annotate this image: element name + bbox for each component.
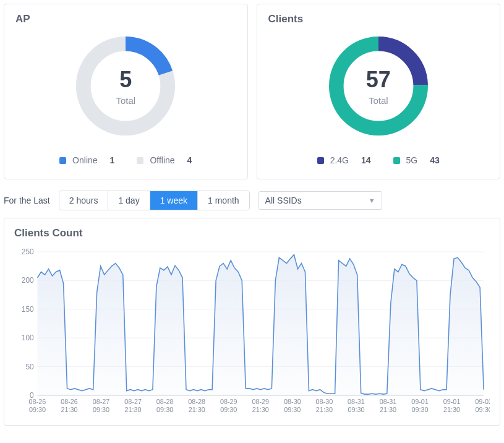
clients-legend-24g: 2.4G 14 bbox=[317, 155, 371, 165]
ap-card: AP 5 Total Online 1 Offline 4 bbox=[4, 4, 248, 179]
svg-text:09:30: 09:30 bbox=[29, 406, 46, 413]
svg-text:09-01: 09-01 bbox=[443, 398, 461, 405]
time-range-1-week[interactable]: 1 week bbox=[150, 191, 198, 210]
svg-text:08-30: 08-30 bbox=[316, 398, 333, 405]
svg-text:08-28: 08-28 bbox=[156, 398, 174, 405]
svg-text:08-30: 08-30 bbox=[284, 398, 301, 405]
chevron-down-icon: ▼ bbox=[369, 197, 375, 204]
svg-text:21:30: 21:30 bbox=[61, 406, 77, 413]
ap-title: AP bbox=[15, 13, 236, 25]
ap-online-swatch bbox=[59, 157, 66, 164]
svg-text:08-26: 08-26 bbox=[29, 398, 46, 405]
svg-text:09:30: 09:30 bbox=[348, 406, 364, 413]
svg-text:50: 50 bbox=[25, 363, 34, 371]
ap-total-value: 5 bbox=[119, 67, 132, 93]
svg-text:08-27: 08-27 bbox=[124, 398, 142, 405]
svg-text:08-27: 08-27 bbox=[93, 398, 110, 405]
clients-legend: 2.4G 14 5G 43 bbox=[317, 155, 440, 165]
ap-legend-online: Online 1 bbox=[59, 155, 114, 165]
svg-text:150: 150 bbox=[22, 305, 34, 314]
clients-24g-label: 2.4G bbox=[330, 155, 349, 165]
ap-legend: Online 1 Offline 4 bbox=[59, 155, 192, 165]
clients-donut-chart: 57 Total bbox=[323, 30, 434, 142]
clients-count-chart: 05010015020025008-2609:3008-2621:3008-27… bbox=[14, 246, 490, 419]
ssid-selected-label: All SSIDs bbox=[265, 196, 302, 205]
svg-text:09:30: 09:30 bbox=[411, 406, 428, 413]
time-range-1-day[interactable]: 1 day bbox=[108, 191, 150, 210]
svg-text:09:30: 09:30 bbox=[476, 406, 490, 413]
svg-text:09-02: 09-02 bbox=[475, 398, 490, 405]
time-range-group: 2 hours1 day1 week1 month bbox=[59, 191, 250, 210]
svg-text:100: 100 bbox=[22, 333, 34, 342]
ap-offline-label: Offline bbox=[150, 155, 174, 165]
svg-text:09:30: 09:30 bbox=[284, 406, 301, 413]
svg-text:09:30: 09:30 bbox=[220, 406, 237, 413]
svg-text:21:30: 21:30 bbox=[380, 406, 396, 413]
svg-text:08-29: 08-29 bbox=[252, 398, 269, 405]
ap-online-label: Online bbox=[72, 155, 97, 165]
clients-legend-5g: 5G 43 bbox=[393, 155, 440, 165]
clients-count-card: Clients Count 05010015020025008-2609:300… bbox=[4, 218, 500, 426]
svg-text:21:30: 21:30 bbox=[125, 406, 142, 413]
clients-card: Clients 57 Total 2.4G 14 5G 43 bbox=[257, 4, 501, 179]
clients-title: Clients bbox=[268, 13, 489, 25]
ap-legend-offline: Offline 4 bbox=[137, 155, 192, 165]
ap-donut-chart: 5 Total bbox=[70, 30, 181, 142]
clients-24g-swatch bbox=[317, 157, 324, 164]
svg-text:250: 250 bbox=[22, 247, 34, 256]
clients-5g-swatch bbox=[393, 157, 400, 164]
clients-24g-value: 14 bbox=[361, 155, 371, 165]
svg-text:21:30: 21:30 bbox=[316, 406, 333, 413]
svg-text:09-01: 09-01 bbox=[411, 398, 429, 405]
clients-total-value: 57 bbox=[366, 67, 391, 93]
time-range-2-hours[interactable]: 2 hours bbox=[59, 191, 109, 210]
svg-text:08-31: 08-31 bbox=[348, 398, 365, 405]
svg-text:21:30: 21:30 bbox=[252, 406, 269, 413]
svg-text:08-28: 08-28 bbox=[188, 398, 205, 405]
svg-text:08-26: 08-26 bbox=[61, 398, 78, 405]
for-the-last-label: For the Last bbox=[4, 196, 50, 205]
svg-text:08-31: 08-31 bbox=[380, 398, 397, 405]
clients-5g-label: 5G bbox=[406, 155, 418, 165]
svg-text:21:30: 21:30 bbox=[189, 406, 205, 413]
ap-online-value: 1 bbox=[110, 155, 115, 165]
clients-total-label: Total bbox=[369, 95, 388, 106]
clients-5g-value: 43 bbox=[430, 155, 440, 165]
svg-text:200: 200 bbox=[22, 276, 34, 285]
clients-count-title: Clients Count bbox=[14, 227, 490, 239]
svg-text:09:30: 09:30 bbox=[93, 406, 109, 413]
controls-row: For the Last 2 hours1 day1 week1 month A… bbox=[4, 191, 500, 210]
ap-total-label: Total bbox=[116, 95, 135, 106]
ap-offline-value: 4 bbox=[187, 155, 192, 165]
svg-text:21:30: 21:30 bbox=[443, 406, 460, 413]
ssid-dropdown[interactable]: All SSIDs ▼ bbox=[258, 191, 382, 210]
time-range-1-month[interactable]: 1 month bbox=[198, 191, 249, 210]
svg-text:09:30: 09:30 bbox=[156, 406, 173, 413]
svg-text:08-29: 08-29 bbox=[220, 398, 237, 405]
ap-offline-swatch bbox=[137, 157, 143, 164]
